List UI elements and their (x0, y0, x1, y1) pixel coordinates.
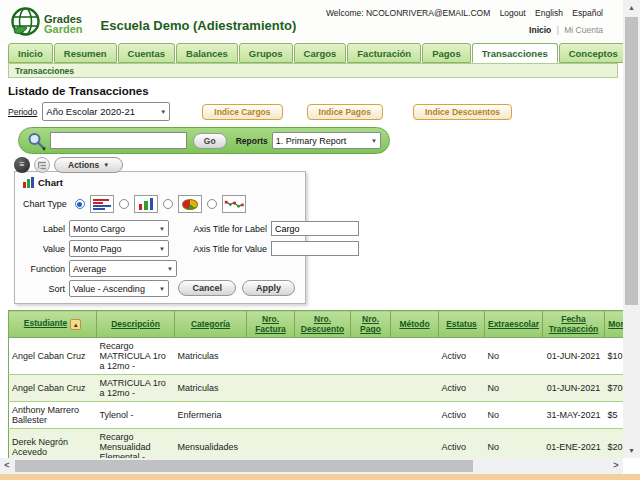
column-header[interactable]: Estudiante▲ (9, 311, 97, 338)
table-row[interactable]: Derek Negrón AcevedoRecargo Mensualidad … (9, 429, 624, 459)
sort-ascending-icon[interactable]: ▲ (70, 319, 81, 330)
reports-select[interactable]: 1. Primary Report ▼ (272, 132, 381, 149)
table-cell: $20 (605, 429, 624, 459)
scroll-right-icon[interactable]: > (609, 458, 623, 474)
column-header[interactable]: Nro. Pago (351, 311, 391, 338)
brand-grades: Grades (44, 14, 83, 24)
column-header[interactable]: Monto Cargo (605, 311, 624, 338)
chart-panel-title: Chart (38, 177, 63, 188)
tab-conceptos[interactable]: Conceptos (559, 43, 623, 63)
line-chart-icon (222, 195, 246, 213)
table-cell: Activo (439, 375, 485, 402)
vertical-scroll-thumb[interactable] (625, 17, 638, 305)
column-header[interactable]: Nro. Descuento (295, 311, 351, 338)
column-header[interactable]: Método (391, 311, 439, 338)
table-row[interactable]: Angel Caban CruzMATRICULA 1ro a 12mo -Ma… (9, 375, 624, 402)
search-bar: ▼ Go Reports 1. Primary Report ▼ (18, 127, 390, 154)
search-icon[interactable]: ▼ (27, 132, 45, 150)
apply-button[interactable]: Apply (242, 280, 295, 296)
indice-descuentos-button[interactable]: Indice Descuentos (413, 104, 512, 120)
radio-vertical-bar[interactable] (119, 199, 129, 209)
column-header[interactable]: Estatus (439, 311, 485, 338)
sort-label: Sort (23, 284, 65, 294)
sort-select[interactable]: Value - Ascending ▼ (69, 280, 169, 297)
table-cell (295, 338, 351, 375)
radio-horizontal-bar[interactable] (75, 199, 85, 209)
tab-balances[interactable]: Balances (176, 43, 238, 63)
cancel-button[interactable]: Cancel (178, 280, 236, 296)
radio-line[interactable] (207, 199, 217, 209)
table-row[interactable]: Angel Caban CruzRecargo MATRICULA 1ro a … (9, 338, 624, 375)
english-link[interactable]: English (535, 8, 563, 18)
scroll-left-icon[interactable]: < (0, 458, 14, 474)
table-header-row: Estudiante▲DescripciónCategoríaNro. Fact… (9, 311, 624, 338)
function-select[interactable]: Average ▼ (69, 260, 177, 277)
chart-value-select[interactable]: Monto Pago ▼ (69, 240, 169, 257)
table-cell (247, 338, 295, 375)
tab-pagos[interactable]: Pagos (422, 43, 471, 63)
tab-cargos[interactable]: Cargos (294, 43, 347, 63)
column-header[interactable]: Nro. Factura (247, 311, 295, 338)
logo[interactable]: Grades Garden (10, 6, 83, 37)
chart-label-value: Monto Cargo (73, 224, 125, 234)
flowchart-circle-button[interactable] (34, 157, 50, 173)
table-cell (391, 429, 439, 459)
chart-label-select[interactable]: Monto Cargo ▼ (69, 220, 169, 237)
table-cell: $700 (605, 375, 624, 402)
tab-transacciones[interactable]: Transacciones (472, 43, 558, 63)
periodo-select[interactable]: Año Escolar 2020-21 ▼ (42, 102, 170, 121)
reports-value: 1. Primary Report (276, 136, 347, 146)
logout-link[interactable]: Logout (500, 8, 526, 18)
tab-bar: InicioResumenCuentasBalancesGruposCargos… (0, 42, 623, 63)
tab-cuentas[interactable]: Cuentas (118, 43, 175, 63)
table-cell: Angel Caban Cruz (9, 375, 97, 402)
radio-pie[interactable] (163, 199, 173, 209)
scroll-down-icon[interactable]: ▼ (623, 443, 640, 458)
table-row[interactable]: Anthony Marrero BallesterTylenol -Enferm… (9, 402, 624, 429)
axis-title-value-input[interactable] (271, 241, 359, 256)
axis-title-label-label: Axis Title for Label (175, 224, 267, 234)
actions-label: Actions (68, 160, 99, 170)
table-cell (351, 338, 391, 375)
tab-inicio[interactable]: Inicio (8, 43, 53, 63)
table-cell: No (485, 338, 543, 375)
search-options-caret-icon: ▼ (41, 146, 47, 152)
mi-cuenta-link[interactable]: Mi Cuenta (564, 25, 603, 35)
indice-pagos-button[interactable]: Indice Pagos (307, 104, 383, 120)
table-cell: 31-MAY-2021 (543, 402, 605, 429)
sort-value: Value - Ascending (73, 284, 145, 294)
vertical-bar-chart-icon (134, 195, 158, 213)
table-cell (247, 402, 295, 429)
table-cell (391, 338, 439, 375)
column-header[interactable]: Categoría (175, 311, 247, 338)
menu-circle-button[interactable]: ≡ (14, 157, 30, 173)
horizontal-scroll-thumb[interactable] (15, 460, 473, 472)
chart-icon (23, 177, 34, 188)
table-cell (295, 402, 351, 429)
table-cell: 01-JUN-2021 (543, 375, 605, 402)
scroll-up-icon[interactable]: ▲ (623, 0, 640, 15)
espanol-link[interactable]: Español (572, 8, 603, 18)
go-button[interactable]: Go (193, 133, 227, 149)
axis-title-label-input[interactable] (271, 221, 359, 236)
table-cell: $10 (605, 338, 624, 375)
breadcrumb: Transacciones (9, 66, 74, 76)
horizontal-scrollbar[interactable]: < > (0, 458, 623, 474)
table-cell: Activo (439, 402, 485, 429)
vertical-scrollbar[interactable]: ▲ ▼ (623, 0, 640, 458)
tab-facturación[interactable]: Facturación (347, 43, 421, 63)
table-cell (391, 402, 439, 429)
periodo-link[interactable]: Periodo (8, 107, 37, 117)
column-header[interactable]: Fecha Transacción (543, 311, 605, 338)
tab-resumen[interactable]: Resumen (54, 43, 117, 63)
table-cell: Anthony Marrero Ballester (9, 402, 97, 429)
table-cell: Recargo Mensualidad Elemental - (97, 429, 175, 459)
column-header[interactable]: Extraescolar (485, 311, 543, 338)
actions-button[interactable]: Actions ▼ (54, 157, 123, 173)
search-input[interactable] (50, 132, 187, 149)
chart-type-label: Chart Type (23, 199, 67, 209)
inicio-link[interactable]: Inicio (529, 25, 551, 35)
indice-cargos-button[interactable]: Indice Cargos (202, 104, 282, 120)
tab-grupos[interactable]: Grupos (239, 43, 293, 63)
column-header[interactable]: Descripción (97, 311, 175, 338)
